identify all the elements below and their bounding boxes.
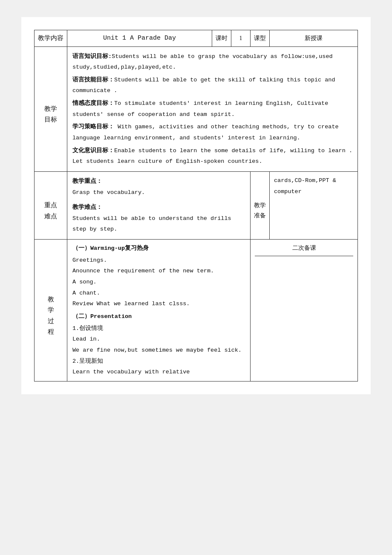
objectives-label-cell: 教学 目标 (35, 46, 67, 171)
obj1-label: 语言知识目标: (72, 53, 112, 60)
process-label-cell: 教 学 过 程 (35, 240, 67, 382)
lesson-type-value-cell: 新授课 (270, 30, 358, 47)
key-text-block: Grasp the vocabulary. (72, 187, 245, 198)
page: 教学内容 Unit 1 A Parade Day 课时 1 课型 新授课 教学 … (21, 17, 371, 394)
obj4-label: 学习策略目标： (72, 124, 114, 130)
obj5-label: 文化意识目标： (72, 147, 114, 154)
unit-title-cell: Unit 1 A Parade Day (67, 30, 212, 47)
step-8-text: 1.创设情境 (72, 325, 103, 332)
preparation-text: cards,CD-Rom,PPT & computer (274, 177, 336, 195)
step-10: We are fine now,but sometimes we maybe f… (72, 345, 245, 356)
teaching-process-row: 教 学 过 程 （一）Warming-up复习热身 Greetings. Ano… (35, 240, 358, 382)
key-points-content-cell: 教学重点： Grasp the vocabulary. 教学难点： Studen… (67, 171, 251, 239)
secondary-prep-cell: 二次备课 (251, 240, 358, 382)
lesson-time-value-cell: 1 (231, 30, 251, 47)
step-2-text: Greetings. (72, 257, 107, 263)
objective-item-4: 学习策略目标： With games, activities and other… (72, 121, 352, 143)
step-6: Review What we learned last clsss. (72, 298, 245, 309)
key-label: 教学重点： (72, 176, 245, 187)
unit-title: Unit 1 A Parade Day (103, 35, 176, 42)
lesson-type-label-cell: 课型 (251, 30, 270, 47)
step-9: Lead in. (72, 334, 245, 345)
objective-item-5: 文化意识目标：Enable students to learn the some… (72, 145, 352, 167)
lesson-type-value: 新授课 (305, 35, 323, 41)
step-10-text: We are fine now,but sometimes we maybe f… (72, 347, 242, 353)
step-5: A chant. (72, 288, 245, 299)
difficult-label: 教学难点： (72, 202, 245, 213)
obj1-text: Students will be able to grasp the vocab… (72, 53, 333, 71)
obj5-text: Enable students to learn the some detail… (72, 147, 352, 165)
difficult-title: 教学难点： (72, 204, 102, 211)
preparation-label: 教学 准备 (254, 202, 266, 219)
difficult-text-block: Students will be able to understand the … (72, 213, 245, 235)
secondary-prep-label: 二次备课 (255, 243, 353, 256)
objectives-row: 教学 目标 语言知识目标:Students will be able to gr… (35, 46, 358, 171)
key-title: 教学重点： (72, 178, 102, 185)
step-6-text: Review What we learned last clsss. (72, 301, 190, 307)
difficult-text: Students will be able to understand the … (72, 215, 231, 233)
objectives-label: 教学 目标 (44, 105, 57, 123)
objective-item-2: 语言技能目标：Students will be able to get the … (72, 75, 352, 96)
process-label: 教 学 过 程 (48, 296, 54, 335)
step-3: Anounnce the requirement of the new term… (72, 266, 245, 277)
key-points-label: 重点 难点 (44, 202, 57, 220)
key-text: Grasp the vocabulary. (72, 189, 145, 196)
step-4: A song. (72, 277, 245, 288)
objective-item-3: 情感态度目标：To stimulate students' interest i… (72, 98, 352, 120)
content-label-cell: 教学内容 (35, 30, 67, 47)
step-1: （一）Warming-up复习热身 (72, 243, 245, 254)
key-points-row: 重点 难点 教学重点： Grasp the vocabulary. 教学难点： … (35, 171, 358, 239)
lesson-table: 教学内容 Unit 1 A Parade Day 课时 1 课型 新授课 教学 … (34, 30, 358, 382)
step-8: 1.创设情境 (72, 323, 245, 334)
step-1-text: （一）Warming-up复习热身 (72, 245, 149, 251)
step-7-text: （二）Presentation (72, 313, 132, 320)
lesson-time-label: 课时 (216, 35, 228, 41)
obj3-label: 情感态度目标： (72, 100, 114, 107)
lesson-type-label: 课型 (254, 35, 266, 41)
step-7: （二）Presentation (72, 311, 245, 322)
process-content-cell: （一）Warming-up复习热身 Greetings. Anounnce th… (67, 240, 251, 382)
step-9-text: Lead in. (72, 336, 100, 342)
obj2-label: 语言技能目标： (72, 77, 114, 83)
objective-item-1: 语言知识目标:Students will be able to grasp th… (72, 51, 352, 73)
header-row: 教学内容 Unit 1 A Parade Day 课时 1 课型 新授课 (35, 30, 358, 47)
step-4-text: A song. (72, 279, 97, 285)
objectives-content-cell: 语言知识目标:Students will be able to grasp th… (67, 46, 358, 171)
preparation-content-cell: cards,CD-Rom,PPT & computer (270, 171, 358, 239)
step-12-text: Learn the vocabulary with relative (72, 369, 190, 375)
lesson-time-label-cell: 课时 (212, 30, 231, 47)
lesson-time-value: 1 (239, 35, 242, 41)
secondary-prep-text: 二次备课 (292, 245, 316, 251)
step-11-text: 2.呈现新知 (72, 358, 103, 364)
content-label: 教学内容 (38, 35, 63, 41)
key-points-label-cell: 重点 难点 (35, 171, 67, 239)
step-2: Greetings. (72, 255, 245, 266)
step-12: Learn the vocabulary with relative (72, 367, 245, 378)
step-3-text: Anounnce the requirement of the new term… (72, 268, 214, 274)
step-5-text: A chant. (72, 290, 100, 296)
preparation-label-cell: 教学 准备 (251, 171, 270, 239)
step-11: 2.呈现新知 (72, 356, 245, 367)
